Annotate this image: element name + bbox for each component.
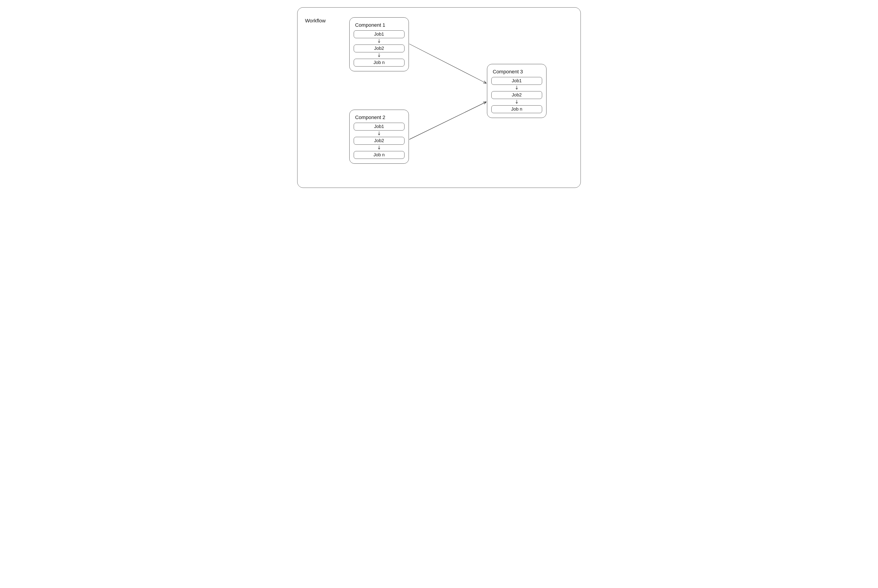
component-2-job-2: Job2 bbox=[354, 137, 404, 145]
component-3-title: Component 3 bbox=[493, 69, 542, 75]
component-3-job-n: Job n bbox=[492, 105, 542, 113]
arrow-down-icon bbox=[377, 131, 381, 136]
component-3-job-2: Job2 bbox=[492, 91, 542, 99]
component-1-arrow-1 bbox=[353, 39, 405, 44]
component-2-job-1: Job1 bbox=[354, 123, 404, 130]
component-3-box: Component 3 Job1 Job2 Job n bbox=[487, 64, 546, 118]
arrow-down-icon bbox=[377, 53, 381, 58]
component-3-arrow-1 bbox=[490, 86, 543, 90]
component-2-box: Component 2 Job1 Job2 Job n bbox=[349, 110, 409, 164]
component-3-job-1: Job1 bbox=[492, 77, 542, 85]
diagram-stage: Workflow Component 1 Job1 Job2 Job n Com… bbox=[293, 0, 585, 196]
component-3-arrow-2 bbox=[490, 100, 543, 104]
workflow-label: Workflow bbox=[305, 18, 326, 24]
component-2-arrow-1 bbox=[353, 131, 405, 136]
component-1-box: Component 1 Job1 Job2 Job n bbox=[349, 17, 409, 71]
component-1-arrow-2 bbox=[353, 53, 405, 58]
arrow-down-icon bbox=[515, 99, 518, 104]
arrow-down-icon bbox=[377, 39, 381, 44]
arrow-down-icon bbox=[515, 85, 518, 90]
component-2-title: Component 2 bbox=[355, 114, 404, 120]
component-2-arrow-2 bbox=[353, 146, 405, 150]
arrow-down-icon bbox=[377, 145, 381, 150]
component-1-job-2: Job2 bbox=[354, 45, 404, 52]
component-1-job-n: Job n bbox=[354, 59, 404, 66]
component-1-job-1: Job1 bbox=[354, 30, 404, 38]
component-2-job-n: Job n bbox=[354, 151, 404, 159]
component-1-title: Component 1 bbox=[355, 22, 404, 28]
